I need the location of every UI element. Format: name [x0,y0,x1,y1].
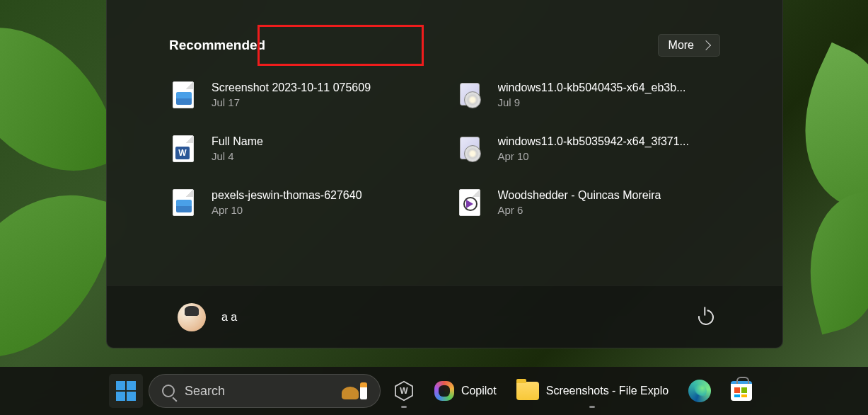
user-name-label: a a [221,311,237,324]
folder-icon [516,382,539,400]
chevron-right-icon [701,40,711,50]
copilot-label: Copilot [461,385,497,397]
recommended-item-name: Full Name [212,135,263,148]
user-avatar-icon [178,303,206,331]
recommended-item-name: windows11.0-kb5040435-x64_eb3b... [498,81,686,94]
installer-file-icon [457,135,482,163]
copilot-icon [434,381,454,401]
recommended-item[interactable]: Woodshedder - Quincas Moreira Apr 6 [456,186,721,220]
recommended-section: Recommended More Screenshot 2023-10-11 0… [107,0,782,285]
media-file-icon [457,188,482,217]
recommended-grid: Screenshot 2023-10-11 075609 Jul 17 wind… [169,78,720,220]
user-account-button[interactable]: a a [169,297,245,337]
recommended-item-date: Apr 6 [498,204,661,216]
recommended-item[interactable]: Full Name Jul 4 [169,132,434,166]
search-icon [162,385,175,397]
edge-button[interactable] [681,374,718,408]
installer-file-icon [457,81,482,109]
copilot-button[interactable]: Copilot [427,374,504,408]
recommended-item-name: pexels-jeswin-thomas-627640 [212,189,362,202]
taskbar: Search W Copilot Screenshots - File Expl… [0,367,868,415]
windows-logo-icon [116,381,136,401]
store-icon [731,381,752,401]
more-button[interactable]: More [658,34,720,57]
recommended-item-date: Jul 9 [498,96,686,108]
start-button[interactable] [109,374,143,408]
start-menu: Recommended More Screenshot 2023-10-11 0… [106,0,783,348]
recommended-item-name: Screenshot 2023-10-11 075609 [212,81,371,94]
recommended-header: Recommended More [169,34,720,57]
search-highlight-icon [342,382,367,399]
edge-icon [688,380,711,402]
microsoft-store-button[interactable] [724,374,759,408]
start-menu-footer: a a [107,285,782,348]
word-file-icon [170,135,196,163]
more-button-label: More [669,39,694,52]
recommended-item-name: Woodshedder - Quincas Moreira [498,189,661,202]
image-file-icon [170,81,196,109]
recommended-item-date: Apr 10 [498,150,689,162]
task-view-icon: W [393,380,415,402]
search-input[interactable]: Search [149,374,381,408]
recommended-item[interactable]: pexels-jeswin-thomas-627640 Apr 10 [169,186,434,220]
image-file-icon [170,188,196,217]
search-placeholder: Search [185,384,332,399]
recommended-item-name: windows11.0-kb5035942-x64_3f371... [498,135,689,148]
task-view-button[interactable]: W [386,374,422,408]
recommended-item[interactable]: windows11.0-kb5035942-x64_3f371... Apr 1… [456,132,721,166]
svg-text:W: W [400,386,408,396]
recommended-title: Recommended [169,38,265,53]
file-explorer-button[interactable]: Screenshots - File Explo [509,374,676,408]
recommended-item-date: Jul 17 [212,96,371,108]
recommended-item-date: Jul 4 [212,150,263,162]
recommended-item[interactable]: windows11.0-kb5040435-x64_eb3b... Jul 9 [456,78,721,112]
power-icon [695,306,717,328]
file-explorer-label: Screenshots - File Explo [546,385,669,397]
recommended-item[interactable]: Screenshot 2023-10-11 075609 Jul 17 [169,78,434,112]
power-button[interactable] [692,303,720,331]
recommended-item-date: Apr 10 [212,204,362,216]
